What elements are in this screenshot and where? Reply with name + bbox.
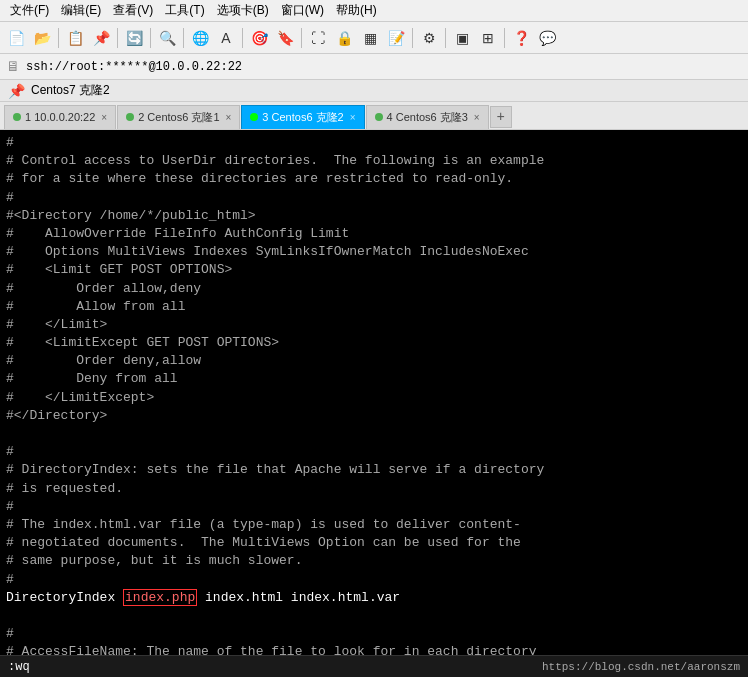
menu-view[interactable]: 查看(V): [107, 0, 159, 21]
new-session-button[interactable]: 📄: [4, 26, 28, 50]
toolbar: 📄 📂 📋 📌 🔄 🔍 🌐 A 🎯 🔖 ⛶ 🔒 ▦ 📝 ⚙ ▣ ⊞ ❓ 💬: [0, 22, 748, 54]
expand-button[interactable]: ⛶: [306, 26, 330, 50]
help-button[interactable]: ❓: [509, 26, 533, 50]
tab-3-close[interactable]: ×: [350, 112, 356, 123]
tab-2-close[interactable]: ×: [226, 112, 232, 123]
tab-3-label: 3 Centos6 克隆2: [262, 110, 343, 125]
bookmark-button[interactable]: 🔖: [273, 26, 297, 50]
paste-button[interactable]: 📌: [89, 26, 113, 50]
tab-4-label: 4 Centos6 克隆3: [387, 110, 468, 125]
terminal-content: # # Control access to UserDir directorie…: [6, 134, 742, 655]
menubar: 文件(F) 编辑(E) 查看(V) 工具(T) 选项卡(B) 窗口(W) 帮助(…: [0, 0, 748, 22]
tab-3[interactable]: 3 Centos6 克隆2 ×: [241, 105, 364, 129]
copy-button[interactable]: 📋: [63, 26, 87, 50]
tab-1-dot: [13, 113, 21, 121]
new-tab-button[interactable]: +: [490, 106, 512, 128]
session-name: Centos7 克隆2: [31, 82, 110, 99]
tab-2[interactable]: 2 Centos6 克隆1 ×: [117, 105, 240, 129]
tab-1[interactable]: 1 10.0.0.20:22 ×: [4, 105, 116, 129]
tab-4-close[interactable]: ×: [474, 112, 480, 123]
search-button[interactable]: 🔍: [155, 26, 179, 50]
monitor-icon: 🖥: [6, 59, 20, 75]
open-button[interactable]: 📂: [30, 26, 54, 50]
menu-window[interactable]: 窗口(W): [275, 0, 330, 21]
addressbar: 🖥 ssh://root:******@10.0.0.22:22: [0, 54, 748, 80]
layout-button[interactable]: ▣: [450, 26, 474, 50]
session-bar: 📌 Centos7 克隆2: [0, 80, 748, 102]
menu-help[interactable]: 帮助(H): [330, 0, 383, 21]
watermark-url: https://blog.csdn.net/aaronszm: [542, 661, 740, 673]
statusbar: :wq https://blog.csdn.net/aaronszm: [0, 655, 748, 677]
tab-4-dot: [375, 113, 383, 121]
pin-icon: 📌: [8, 83, 25, 99]
tab-1-close[interactable]: ×: [101, 112, 107, 123]
menu-file[interactable]: 文件(F): [4, 0, 55, 21]
font-button[interactable]: A: [214, 26, 238, 50]
terminal[interactable]: # # Control access to UserDir directorie…: [0, 130, 748, 655]
connection-address: ssh://root:******@10.0.0.22:22: [26, 60, 242, 74]
menu-tabs[interactable]: 选项卡(B): [211, 0, 275, 21]
refresh-button[interactable]: 🔄: [122, 26, 146, 50]
menu-tools[interactable]: 工具(T): [159, 0, 210, 21]
settings-button[interactable]: ⚙: [417, 26, 441, 50]
lock-button[interactable]: 🔒: [332, 26, 356, 50]
tab-2-dot: [126, 113, 134, 121]
globe-button[interactable]: 🌐: [188, 26, 212, 50]
tab-strip: 1 10.0.0.20:22 × 2 Centos6 克隆1 × 3 Cento…: [0, 102, 748, 130]
vim-command: :wq: [8, 660, 30, 674]
menu-edit[interactable]: 编辑(E): [55, 0, 107, 21]
chat-button[interactable]: 💬: [535, 26, 559, 50]
tab-4[interactable]: 4 Centos6 克隆3 ×: [366, 105, 489, 129]
tab-3-dot: [250, 113, 258, 121]
grid-button[interactable]: ▦: [358, 26, 382, 50]
tab-2-label: 2 Centos6 克隆1: [138, 110, 219, 125]
target-button[interactable]: 🎯: [247, 26, 271, 50]
script-button[interactable]: 📝: [384, 26, 408, 50]
tab-1-label: 1 10.0.0.20:22: [25, 111, 95, 123]
split-button[interactable]: ⊞: [476, 26, 500, 50]
